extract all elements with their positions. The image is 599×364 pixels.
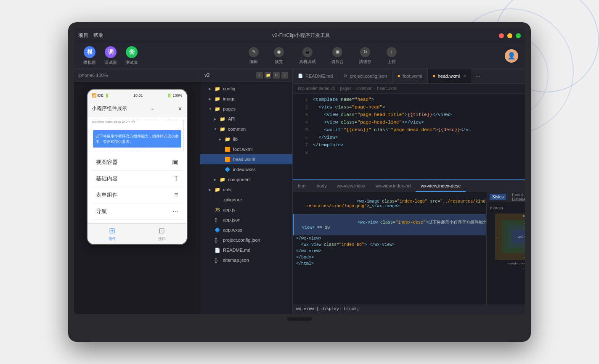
phone-frame: 📶 IDE 🔋 10:01 🔋 100% 小程序组件展示 ··· ✕: [74, 82, 200, 314]
toolbar-device-debug-button[interactable]: 📱 真机调试: [296, 45, 319, 66]
phone-device: 📶 IDE 🔋 10:01 🔋 100% 小程序组件展示 ··· ✕: [87, 89, 188, 245]
form-icon: ≡: [174, 191, 178, 199]
laptop-notch: [287, 317, 312, 321]
tab-foot-wxml[interactable]: ■ foot.wxml: [392, 69, 428, 83]
toolbar-right: 👤: [505, 49, 518, 63]
collapse-button[interactable]: ↕: [281, 72, 288, 79]
box-model-labels: margin padding border - -: [490, 261, 525, 270]
file-name-foot-wxml: foot.wxml: [233, 147, 252, 152]
tab-readme[interactable]: 📄 README.md: [293, 69, 338, 83]
tree-item-lib[interactable]: ▶ 📁 lib: [200, 134, 292, 144]
new-folder-button[interactable]: 📁: [265, 72, 271, 79]
tree-item-readme[interactable]: 📄 README.md: [200, 245, 292, 255]
toolbar-background-button[interactable]: ▣ 切后台: [328, 45, 347, 66]
element-tab-event-listeners[interactable]: Event Listeners: [509, 192, 525, 203]
api-nav-label: 接口: [158, 236, 166, 242]
html-node-view-desc[interactable]: <wx-view class="index-desc">以下将展示小程序官方组件…: [293, 214, 486, 235]
devtools-tab-body[interactable]: body: [312, 180, 332, 192]
devtools-tab-wx-view-hd[interactable]: wx-view.index-hd: [371, 180, 416, 192]
file-name-api: API: [228, 116, 236, 121]
wxss-icon-app: 🔷: [215, 227, 221, 233]
menu-help[interactable]: 帮助: [93, 32, 103, 39]
toolbar-debugger-button[interactable]: 调 调试器: [102, 45, 119, 67]
list-item-view-container[interactable]: 视图容器 ▣: [91, 154, 183, 171]
tree-item-app-wxss[interactable]: 🔷 app.wxss: [200, 225, 292, 235]
folder-icon-pages: 📁: [215, 106, 221, 112]
tree-item-app-js[interactable]: JS app.js: [200, 205, 292, 215]
file-name-index-wxss: index.wxss: [233, 167, 256, 172]
testsuit-label: 测试套: [125, 60, 138, 66]
file-tree-actions: + 📁 ↻ ↕: [256, 72, 288, 79]
simulator-label: 模拟器: [83, 60, 96, 66]
user-avatar[interactable]: 👤: [505, 49, 518, 63]
toolbar-preview-button[interactable]: ◉ 预览: [270, 45, 287, 66]
list-item-basic-content[interactable]: 基础内容 T: [91, 171, 183, 187]
devtools-content: <wx-image class="index-logo" src="../res…: [293, 192, 525, 304]
phone-bottom-nav: ⊞ 组件 ⊡ 接口: [87, 223, 187, 244]
folder-icon-utils: 📁: [215, 187, 221, 193]
phone-app-bar: 小程序组件展示 ··· ✕: [87, 101, 187, 116]
code-editor[interactable]: 1 <template name="head"> 2 <view class="…: [293, 94, 525, 314]
file-name-pages: pages: [223, 106, 236, 111]
new-file-button[interactable]: +: [256, 72, 263, 79]
list-item-navigation[interactable]: 导航 ···: [91, 203, 183, 220]
toolbar-upload-button[interactable]: ↑ 上传: [383, 45, 400, 66]
head-wxml-tab-icon: ■: [433, 74, 435, 78]
toolbar-simulator-button[interactable]: 模 模拟器: [81, 45, 98, 67]
app-bar-close-icon[interactable]: ✕: [178, 106, 182, 112]
tab-head-wxml-close-icon[interactable]: ✕: [463, 74, 466, 78]
tree-item-image[interactable]: ▶ 📁 image: [200, 94, 292, 104]
tab-more-button[interactable]: ···: [472, 69, 484, 83]
file-name-readme: README.md: [223, 248, 250, 253]
window-maximize-button[interactable]: [516, 33, 521, 38]
phone-status-bar: 📶 IDE 🔋 10:01 🔋 100%: [87, 90, 187, 101]
phone-nav-api[interactable]: ⊡ 接口: [158, 226, 166, 242]
main-content: iphone6 100% 📶 IDE 🔋 10:01 🔋 100%: [74, 69, 525, 314]
tree-item-common[interactable]: ▼ 📁 common: [200, 124, 292, 134]
toolbar-clear-cache-button[interactable]: ↻ 清缓存: [355, 45, 375, 66]
tree-item-pages[interactable]: ▼ 📁 pages: [200, 104, 292, 114]
breadcrumb-sep-2: ›: [353, 86, 355, 91]
tree-item-index-wxss[interactable]: 🔷 index.wxss: [200, 164, 292, 174]
devtools-tab-wx-view-desc[interactable]: wx-view.index-desc: [416, 180, 466, 192]
code-line-3: 3 <view class="page-head-title">{{title}…: [293, 112, 525, 120]
view-container-icon: ▣: [172, 158, 178, 166]
window-close-button[interactable]: [499, 33, 504, 38]
tree-item-config[interactable]: ▶ 📁 config: [200, 84, 292, 94]
content-size: 240 × 44: [518, 235, 525, 239]
tree-item-project-json[interactable]: {} project.config.json: [200, 235, 292, 245]
tab-head-wxml[interactable]: ■ head.wxml ✕: [428, 69, 472, 83]
html-node-close-view2: </wx-view>: [293, 248, 486, 254]
devtools-tab-html[interactable]: html: [293, 180, 312, 192]
tree-item-api[interactable]: ▶ 📁 API: [200, 114, 292, 124]
list-item-form[interactable]: 表单组件 ≡: [91, 187, 183, 203]
refresh-button[interactable]: ↻: [273, 72, 280, 79]
tree-item-head-wxml[interactable]: 🟧 head.wxml: [200, 154, 292, 164]
element-tab-styles[interactable]: Styles: [490, 194, 506, 200]
menu-project[interactable]: 项目: [78, 32, 88, 39]
file-name-head-wxml: head.wxml: [233, 157, 255, 162]
app-bar-more-icon[interactable]: ···: [150, 106, 154, 112]
element-label: wx-view.index-desc 240 × 44: [92, 120, 135, 124]
tree-item-app-json[interactable]: {} app.json: [200, 215, 292, 225]
txt-icon-gitignore: ·: [215, 197, 221, 202]
tree-item-gitignore[interactable]: · .gitignore: [200, 195, 292, 205]
phone-nav-components[interactable]: ⊞ 组件: [109, 226, 116, 242]
toolbar-left: 模 模拟器 调 调试器 套 测试套: [81, 45, 140, 67]
preview-icon: ◉: [274, 47, 284, 57]
code-line-1: 1 <template name="head">: [293, 97, 525, 105]
tree-item-sitemap-json[interactable]: {} sitemap.json: [200, 255, 292, 265]
breadcrumb-sep-3: ›: [374, 86, 375, 91]
tree-item-foot-wxml[interactable]: 🟧 foot.wxml: [200, 144, 292, 154]
toolbar-edit-button[interactable]: ✎ 编辑: [245, 45, 262, 66]
html-node-image[interactable]: <wx-image class="index-logo" src="../res…: [293, 194, 486, 214]
toolbar-testsuit-button[interactable]: 套 测试套: [123, 45, 140, 67]
code-lines: 1 <template name="head"> 2 <view class="…: [293, 94, 525, 179]
devtools-tab-wx-view-index[interactable]: wx-view.index: [332, 180, 371, 192]
tree-item-utils[interactable]: ▶ 📁 utils: [200, 185, 292, 195]
tree-item-component[interactable]: ▶ 📁 component: [200, 174, 292, 185]
window-minimize-button[interactable]: [507, 33, 512, 38]
tab-project-config[interactable]: ⚙ project.config.json: [338, 69, 392, 83]
nav-icon: ···: [172, 208, 178, 215]
html-node-index-bd[interactable]: <wx-view class="index-bd">_</wx-view>: [293, 242, 486, 248]
